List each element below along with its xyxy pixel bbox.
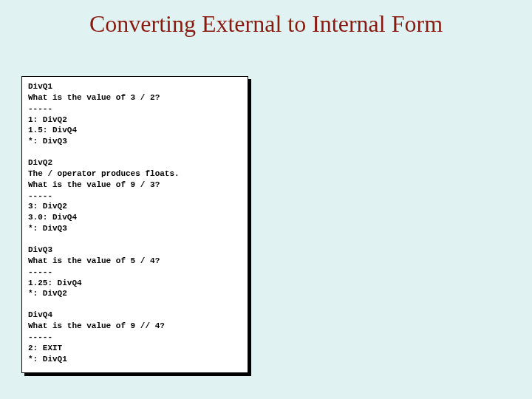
- slide-title: Converting External to Internal Form: [0, 10, 532, 38]
- code-block-q4: DivQ4 What is the value of 9 // 4? -----…: [28, 310, 242, 364]
- codebox: DivQ1 What is the value of 3 / 2? ----- …: [21, 76, 248, 373]
- code-block-q1: DivQ1 What is the value of 3 / 2? ----- …: [28, 81, 242, 147]
- code-block-q2: DivQ2 The / operator produces floats. Wh…: [28, 157, 242, 234]
- code-block-q3: DivQ3 What is the value of 5 / 4? ----- …: [28, 245, 242, 299]
- slide: Converting External to Internal Form Div…: [0, 0, 532, 399]
